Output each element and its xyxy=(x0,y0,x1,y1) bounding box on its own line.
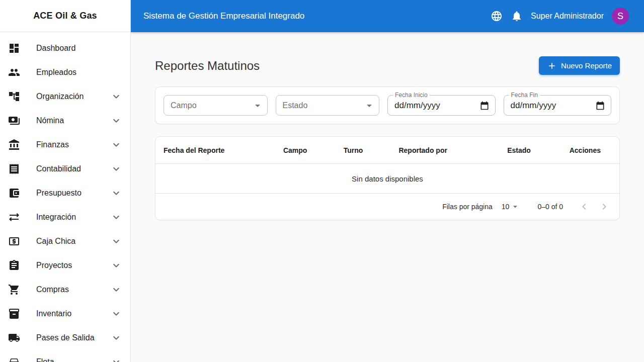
org-tree-icon xyxy=(8,90,20,103)
dropdown-arrow-icon xyxy=(363,100,375,112)
app-title: Sistema de Gestión Empresarial Integrado xyxy=(143,11,487,21)
sidebar-item-compras[interactable]: Compras xyxy=(0,278,130,302)
chevron-down-icon xyxy=(110,90,122,103)
campo-select[interactable]: Campo xyxy=(164,95,268,116)
empty-state: Sin datos disponibles xyxy=(155,164,619,194)
chevron-down-icon xyxy=(110,284,122,296)
column-header-reportado-por: Reportado por xyxy=(390,146,499,154)
table-header-row: Fecha del ReporteCampoTurnoReportado por… xyxy=(155,137,619,164)
sidebar-item-empleados[interactable]: Empleados xyxy=(0,60,130,84)
sidebar-item-proyectos[interactable]: Proyectos xyxy=(0,253,130,278)
estado-select-label: Estado xyxy=(283,101,308,110)
notifications-button[interactable] xyxy=(507,6,527,26)
payments-icon xyxy=(8,115,20,127)
sidebar-item-label: Inventario xyxy=(36,309,110,318)
sidebar-item-label: Pases de Salida xyxy=(36,333,110,342)
fecha-fin-input[interactable]: Fecha Fin dd/mm/yyyy xyxy=(504,95,612,116)
sidebar-item-label: Empleados xyxy=(36,68,122,77)
chevron-down-icon xyxy=(110,139,122,151)
company-name: ACE Oil & Gas xyxy=(33,11,97,21)
sidebar-item-label: Finanzas xyxy=(36,140,110,149)
plus-icon xyxy=(547,61,557,71)
column-header-estado: Estado xyxy=(499,146,561,154)
sidebar-item-label: Contabilidad xyxy=(36,164,110,173)
chevron-down-icon xyxy=(110,187,122,199)
cart-icon xyxy=(8,284,20,296)
sidebar-item-inventario[interactable]: Inventario xyxy=(0,302,130,326)
globe-icon xyxy=(491,10,503,22)
calendar-icon[interactable] xyxy=(595,101,605,111)
bank-icon xyxy=(8,139,20,151)
reports-table: Fecha del ReporteCampoTurnoReportado por… xyxy=(155,136,620,220)
dashboard-icon xyxy=(8,42,20,54)
chevron-down-icon xyxy=(110,139,122,151)
truck-icon xyxy=(8,332,20,344)
cash-icon xyxy=(8,235,20,247)
sidebar-item-presupuesto[interactable]: Presupuesto xyxy=(0,181,130,205)
previous-page-button[interactable] xyxy=(574,197,594,217)
chevron-down-icon xyxy=(110,235,122,247)
chevron-down-icon xyxy=(110,235,122,247)
sidebar-item-n-mina[interactable]: Nómina xyxy=(0,109,130,133)
sidebar-item-label: Organización xyxy=(36,92,110,101)
new-report-button-label: Nuevo Reporte xyxy=(561,61,612,70)
people-icon xyxy=(8,66,20,78)
fecha-inicio-input[interactable]: Fecha Inicio dd/mm/yyyy xyxy=(387,95,496,116)
rows-per-page-value: 10 xyxy=(502,203,510,211)
sidebar-item-label: Compras xyxy=(36,285,110,294)
sidebar-item-caja-chica[interactable]: Caja Chica xyxy=(0,229,130,253)
sidebar-item-flota[interactable]: Flota xyxy=(0,350,130,362)
sidebar-nav: DashboardEmpleadosOrganizaciónNóminaFina… xyxy=(0,32,130,362)
column-header-acciones: Acciones xyxy=(561,146,619,154)
next-page-button[interactable] xyxy=(594,197,614,217)
sidebar: ACE Oil & Gas DashboardEmpleadosOrganiza… xyxy=(0,0,131,362)
avatar[interactable]: S xyxy=(612,8,629,25)
chevron-down-icon xyxy=(110,332,122,344)
estado-select[interactable]: Estado xyxy=(276,95,380,116)
chevron-down-icon xyxy=(110,259,122,272)
chevron-down-icon xyxy=(110,284,122,296)
chevron-down-icon xyxy=(110,163,122,175)
bell-icon xyxy=(511,10,523,22)
main-content: Reportes Matutinos Nuevo Reporte Campo E… xyxy=(131,32,644,362)
page-header: Reportes Matutinos Nuevo Reporte xyxy=(155,56,620,75)
filters-card: Campo Estado Fecha Inicio dd/mm/yyyy Fec… xyxy=(155,86,620,124)
sidebar-item-label: Proyectos xyxy=(36,261,110,270)
clipboard-icon xyxy=(8,259,20,272)
cart-icon xyxy=(8,284,20,296)
campo-select-label: Campo xyxy=(171,101,197,110)
page-title: Reportes Matutinos xyxy=(155,59,260,73)
fecha-fin-value: dd/mm/yyyy xyxy=(511,101,556,111)
chevron-down-icon xyxy=(110,115,122,127)
topbar: Sistema de Gestión Empresarial Integrado… xyxy=(131,0,644,32)
language-button[interactable] xyxy=(487,6,507,26)
sidebar-item-finanzas[interactable]: Finanzas xyxy=(0,133,130,157)
calendar-icon[interactable] xyxy=(479,101,490,111)
receipt-icon xyxy=(8,163,20,175)
sidebar-item-integraci-n[interactable]: Integración xyxy=(0,205,130,229)
cash-icon xyxy=(8,235,20,247)
sidebar-item-organizaci-n[interactable]: Organización xyxy=(0,84,130,109)
truck-icon xyxy=(8,332,20,344)
avatar-initial: S xyxy=(617,11,623,22)
sidebar-item-dashboard[interactable]: Dashboard xyxy=(0,36,130,60)
clipboard-icon xyxy=(8,259,20,272)
sidebar-item-contabilidad[interactable]: Contabilidad xyxy=(0,157,130,181)
chevron-down-icon xyxy=(110,90,122,103)
fecha-inicio-label: Fecha Inicio xyxy=(393,92,430,99)
chevron-down-icon xyxy=(110,211,122,223)
inventory-icon xyxy=(8,308,20,320)
inventory-icon xyxy=(8,308,20,320)
rows-per-page-label: Filas por página xyxy=(442,203,493,211)
chevron-right-icon xyxy=(598,201,610,213)
empty-state-message: Sin datos disponibles xyxy=(352,174,423,183)
new-report-button[interactable]: Nuevo Reporte xyxy=(539,56,620,75)
sidebar-item-label: Caja Chica xyxy=(36,237,110,246)
car-icon xyxy=(8,356,20,362)
chevron-down-icon xyxy=(110,356,122,362)
sidebar-item-label: Presupuesto xyxy=(36,189,110,198)
sidebar-item-pases-de-salida[interactable]: Pases de Salida xyxy=(0,326,130,350)
rows-per-page-select[interactable]: 10 xyxy=(502,202,521,212)
dropdown-arrow-icon xyxy=(510,202,520,212)
sidebar-item-label: Integración xyxy=(36,213,110,222)
